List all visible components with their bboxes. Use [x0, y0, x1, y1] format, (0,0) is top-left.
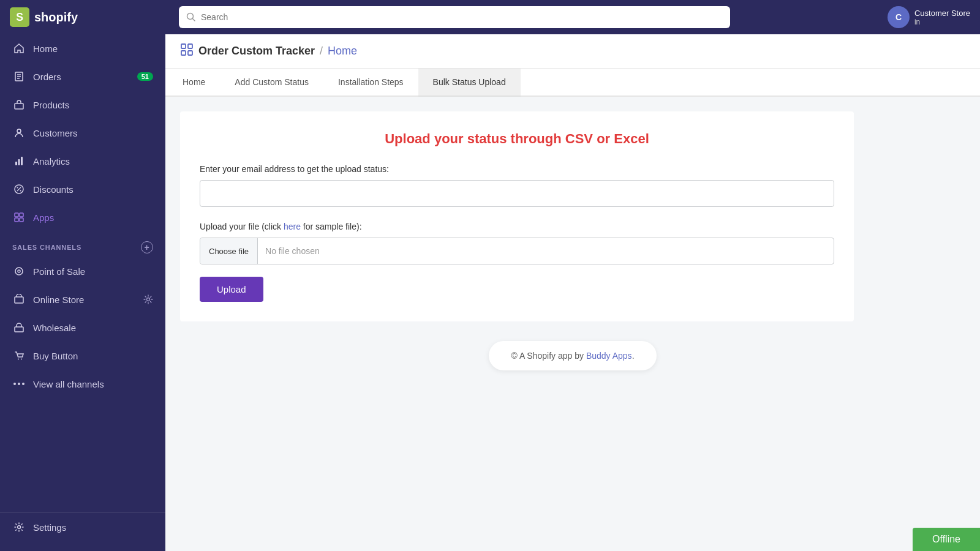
sidebar-item-apps[interactable]: Apps: [0, 203, 165, 231]
sales-channels-section: SALES CHANNELS +: [0, 231, 165, 257]
tab-add-custom-status[interactable]: Add Custom Status: [220, 69, 323, 97]
svg-rect-8: [15, 103, 23, 109]
breadcrumb-separator: /: [320, 45, 323, 58]
footer-suffix: .: [632, 351, 635, 361]
sidebar-item-wholesale[interactable]: Wholesale: [0, 313, 165, 342]
analytics-icon: [12, 154, 26, 168]
svg-rect-12: [21, 157, 23, 165]
svg-rect-35: [188, 51, 192, 55]
customers-icon: [12, 126, 26, 140]
offline-badge: Offline: [913, 528, 980, 551]
add-sales-channel-button[interactable]: +: [141, 241, 153, 253]
sales-channels-label: SALES CHANNELS: [12, 244, 81, 251]
svg-rect-18: [20, 213, 23, 217]
tab-home[interactable]: Home: [168, 69, 220, 97]
sidebar-item-view-all-channels[interactable]: View all channels: [0, 370, 165, 398]
sidebar-label-settings: Settings: [33, 522, 66, 533]
svg-point-28: [13, 383, 16, 385]
page-footer: © A Shopify app by Buddy Apps.: [180, 321, 965, 390]
content-area: Order Custom Tracker / Home Home Add Cus…: [165, 34, 980, 551]
svg-rect-17: [15, 213, 18, 217]
sidebar-item-analytics[interactable]: Analytics: [0, 147, 165, 175]
footer-prefix: © A Shopify app by: [511, 351, 586, 361]
buddy-apps-link[interactable]: Buddy Apps: [586, 351, 632, 361]
svg-point-9: [17, 129, 21, 133]
svg-point-27: [21, 359, 22, 360]
sidebar-item-pos[interactable]: Point of Sale: [0, 257, 165, 285]
email-input[interactable]: [200, 180, 834, 207]
file-label-suffix: for sample file):: [301, 222, 362, 231]
svg-line-3: [193, 19, 195, 21]
settings-icon: [12, 520, 26, 534]
online-store-icon: [12, 293, 26, 306]
tab-installation-steps[interactable]: Installation Steps: [323, 69, 418, 97]
gear-icon[interactable]: [143, 294, 153, 304]
sidebar-bottom: Settings: [0, 512, 165, 541]
svg-rect-10: [15, 162, 17, 165]
file-label-prefix: Upload your file (click: [200, 222, 284, 231]
choose-file-button[interactable]: Choose file: [200, 238, 258, 264]
sample-file-link[interactable]: here: [284, 222, 301, 231]
breadcrumb-home-link[interactable]: Home: [328, 45, 357, 58]
svg-point-15: [17, 187, 18, 189]
user-name: Customer Store: [914, 9, 970, 18]
tab-bulk-status-upload[interactable]: Bulk Status Upload: [418, 69, 521, 97]
svg-rect-11: [18, 159, 20, 165]
svg-rect-32: [181, 44, 186, 48]
svg-rect-19: [15, 218, 18, 222]
upload-button[interactable]: Upload: [200, 277, 263, 302]
top-navigation: S shopify C Customer Store in: [0, 0, 980, 34]
logo-text: shopify: [34, 10, 78, 24]
sidebar: Home Orders 51 Products Customers: [0, 34, 165, 551]
svg-point-21: [15, 268, 23, 275]
sidebar-item-discounts[interactable]: Discounts: [0, 175, 165, 203]
discounts-icon: [12, 182, 26, 196]
sidebar-item-customers[interactable]: Customers: [0, 119, 165, 147]
sidebar-item-home[interactable]: Home: [0, 34, 165, 62]
products-icon: [12, 98, 26, 111]
page-content: Upload your status through CSV or Excel …: [165, 97, 980, 551]
logo[interactable]: S shopify: [10, 7, 169, 27]
svg-point-16: [20, 190, 21, 192]
sidebar-item-buy-button[interactable]: Buy Button: [0, 342, 165, 370]
sidebar-item-settings[interactable]: Settings: [0, 513, 165, 541]
main-layout: Home Orders 51 Products Customers: [0, 34, 980, 551]
wholesale-icon: [12, 321, 26, 334]
svg-rect-23: [15, 297, 23, 303]
footer-card: © A Shopify app by Buddy Apps.: [489, 341, 656, 370]
file-label: Upload your file (click here for sample …: [200, 222, 834, 231]
breadcrumb-app-name: Order Custom Tracker: [198, 45, 315, 58]
sidebar-label-orders: Orders: [33, 72, 61, 82]
sidebar-label-wholesale: Wholesale: [33, 323, 76, 333]
user-subtitle: in: [914, 18, 970, 26]
tabs-bar: Home Add Custom Status Installation Step…: [165, 69, 980, 97]
sidebar-item-orders[interactable]: Orders 51: [0, 62, 165, 91]
sidebar-label-products: Products: [33, 100, 69, 110]
upload-heading: Upload your status through CSV or Excel: [200, 131, 834, 147]
svg-text:S: S: [16, 11, 23, 23]
svg-point-22: [18, 270, 20, 272]
orders-badge: 51: [137, 72, 153, 81]
svg-rect-25: [15, 327, 23, 332]
sidebar-item-products[interactable]: Products: [0, 91, 165, 119]
file-input-wrapper: Choose file No file chosen: [200, 238, 834, 264]
search-input[interactable]: [201, 12, 723, 22]
sidebar-item-online-store[interactable]: Online Store: [0, 285, 165, 313]
sidebar-label-pos: Point of Sale: [33, 266, 85, 277]
svg-point-30: [22, 383, 24, 385]
sidebar-label-discounts: Discounts: [33, 184, 74, 195]
sidebar-label-customers: Customers: [33, 128, 78, 138]
pos-icon: [12, 264, 26, 278]
breadcrumb-icon: [180, 43, 194, 59]
search-bar[interactable]: [179, 6, 730, 28]
svg-point-31: [18, 526, 21, 529]
svg-rect-33: [188, 44, 192, 48]
dots-icon: [12, 377, 26, 391]
apps-icon: [12, 211, 26, 224]
svg-point-29: [18, 383, 20, 385]
search-icon: [186, 12, 196, 22]
user-info: Customer Store in: [914, 9, 970, 26]
avatar: C: [888, 6, 910, 28]
user-area: C Customer Store in: [888, 6, 970, 28]
svg-rect-34: [181, 51, 186, 55]
